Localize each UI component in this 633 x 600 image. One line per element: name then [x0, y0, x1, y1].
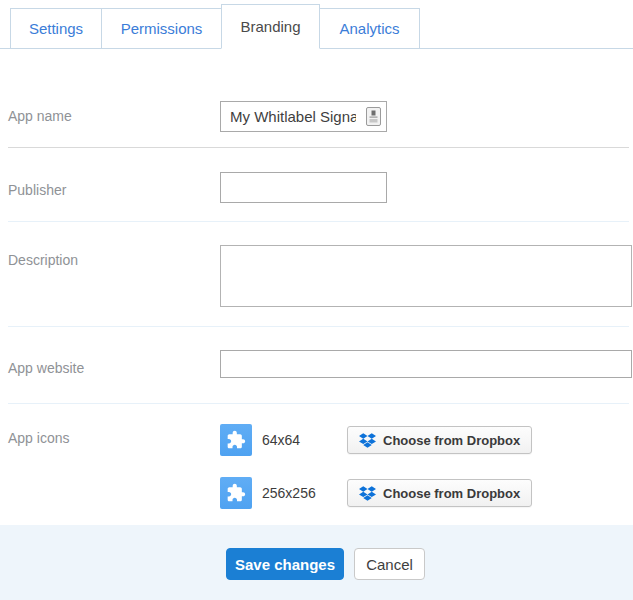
- form-footer: Save changes Cancel: [0, 525, 633, 600]
- description-label: Description: [0, 252, 220, 326]
- cancel-button[interactable]: Cancel: [354, 548, 425, 580]
- app-name-row: App name: [0, 49, 633, 147]
- description-row: Description: [0, 222, 633, 326]
- app-icon-item-256: 256x256 Choose from Dropbox: [220, 477, 633, 509]
- puzzle-icon: [220, 424, 252, 456]
- publisher-label: Publisher: [0, 182, 220, 221]
- dropbox-icon: [359, 433, 376, 448]
- tab-permissions[interactable]: Permissions: [101, 8, 222, 48]
- save-changes-button[interactable]: Save changes: [226, 548, 344, 580]
- dropbox-button-label: Choose from Dropbox: [383, 433, 520, 448]
- app-icons-label: App icons: [0, 430, 220, 525]
- autofill-icon[interactable]: [366, 107, 381, 126]
- puzzle-icon: [220, 477, 252, 509]
- app-website-label: App website: [0, 360, 220, 403]
- app-website-input[interactable]: [220, 350, 632, 378]
- publisher-row: Publisher: [0, 148, 633, 221]
- app-icons-row: App icons 64x64 Choose from Dropbox: [0, 404, 633, 525]
- icon-size-label: 64x64: [262, 432, 347, 448]
- tab-analytics[interactable]: Analytics: [319, 8, 420, 48]
- publisher-input[interactable]: [220, 172, 387, 203]
- choose-from-dropbox-button[interactable]: Choose from Dropbox: [347, 479, 532, 507]
- tab-branding[interactable]: Branding: [221, 4, 320, 49]
- dropbox-icon: [359, 486, 376, 501]
- icon-size-label: 256x256: [262, 485, 347, 501]
- app-website-row: App website: [0, 327, 633, 403]
- app-icon-item-64: 64x64 Choose from Dropbox: [220, 424, 633, 456]
- branding-settings-page: Settings Permissions Branding Analytics …: [0, 0, 633, 600]
- tab-bar: Settings Permissions Branding Analytics: [0, 0, 633, 49]
- app-name-label: App name: [0, 108, 220, 147]
- description-textarea[interactable]: [220, 245, 632, 307]
- dropbox-button-label: Choose from Dropbox: [383, 486, 520, 501]
- app-name-input[interactable]: [220, 101, 387, 132]
- choose-from-dropbox-button[interactable]: Choose from Dropbox: [347, 426, 532, 454]
- tab-settings[interactable]: Settings: [10, 8, 102, 48]
